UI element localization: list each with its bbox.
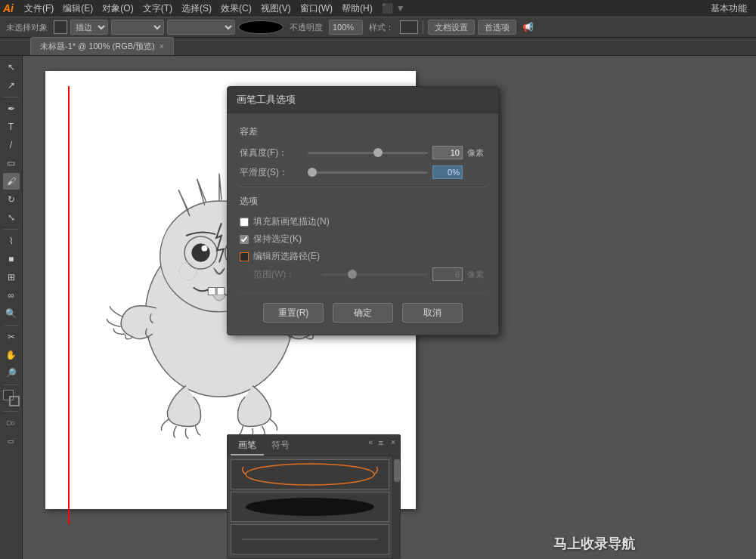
range-slider-container: 像素 (321, 267, 486, 281)
panel-close-btn[interactable]: × (391, 438, 395, 446)
rect-tool[interactable]: ▭ (3, 155, 20, 171)
smoothness-value-input[interactable] (432, 165, 463, 179)
brush-item-1[interactable] (231, 459, 389, 490)
range-label: 范围(W)： (253, 268, 321, 281)
tool-sep2 (4, 229, 19, 230)
edit-label: 编辑所选路径(E) (253, 250, 320, 263)
brush-panel-content (228, 456, 400, 559)
menu-object[interactable]: 对象(O) (98, 1, 138, 17)
canvas-area: .sketch { fill: none; stroke: #666; stro… (23, 56, 756, 559)
fill-checkbox-row: 填充新画笔描边(N) (240, 215, 486, 228)
menu-select[interactable]: 选择(S) (177, 1, 216, 17)
toolbox: ↖ ↗ ✒ T / ▭ 🖌 ↻ ⤡ ⌇ ■ ⊞ ∞ 🔍 ✂ ✋ 🔎 □○ ▭ (0, 56, 23, 559)
smoothness-thumb[interactable] (308, 168, 317, 177)
paintbrush-tool active[interactable]: 🖌 (3, 173, 20, 190)
fidelity-unit: 像素 (467, 147, 486, 159)
stroke-mode-select[interactable]: 描边 (70, 20, 108, 35)
menu-effect[interactable]: 效果(C) (216, 1, 256, 17)
range-thumb[interactable] (348, 270, 357, 279)
options-section: 选项 (240, 195, 486, 208)
selection-label: 未选择对象 (3, 22, 51, 33)
selection-tool[interactable]: ↖ (3, 59, 20, 76)
menu-file[interactable]: 文件(F) (20, 1, 58, 17)
zoom-tool[interactable]: 🔎 (3, 365, 20, 381)
brush-options-dialog: 画笔工具选项 容差 保真度(F)： 像素 平滑度(S)： (227, 86, 499, 335)
tool-sep5 (4, 411, 19, 412)
stroke-weight-select[interactable] (167, 20, 235, 35)
fidelity-slider-track[interactable] (308, 152, 428, 154)
change-mode-btn[interactable]: □○ (3, 415, 20, 431)
menu-edit[interactable]: 编辑(E) (58, 1, 98, 17)
eyedropper-tool[interactable]: 🔍 (3, 305, 20, 322)
range-slider-track[interactable] (321, 273, 428, 276)
menu-window[interactable]: 窗口(W) (296, 1, 337, 17)
menu-bar: Ai 文件(F) 编辑(E) 对象(O) 文字(T) 选择(S) 效果(C) 视… (0, 0, 756, 17)
stroke-preview (238, 20, 284, 34)
warp-tool[interactable]: ⌇ (3, 233, 20, 249)
stroke-style-select[interactable] (111, 20, 164, 35)
opacity-label: 不透明度 (287, 22, 326, 33)
screen-mode-btn[interactable]: ▭ (3, 433, 20, 449)
document-tab[interactable]: 未标题-1* @ 100% (RGB/预览) × (30, 37, 174, 55)
dialog-buttons: 重置(R) 确定 取消 (240, 293, 486, 323)
brush-item-2[interactable] (231, 492, 389, 522)
toolbar: 未选择对象 描边 不透明度 样式： 文档设置 首选项 📢 (0, 17, 756, 38)
app-logo: Ai (3, 2, 14, 14)
fill-checkbox[interactable] (240, 218, 249, 227)
reset-btn[interactable]: 重置(R) (263, 303, 324, 323)
fidelity-value-input[interactable] (432, 146, 463, 159)
smoothness-slider-track[interactable] (308, 171, 428, 174)
confirm-btn[interactable]: 确定 (333, 303, 393, 323)
brush-scrollbar[interactable] (392, 456, 400, 559)
edit-checkbox-indicator[interactable] (240, 252, 249, 261)
smoothness-slider-container (308, 165, 486, 179)
type-tool[interactable]: T (3, 119, 20, 135)
cancel-btn[interactable]: 取消 (402, 303, 463, 323)
symbol-tab[interactable]: 符号 (264, 437, 297, 456)
brush-item-3[interactable] (231, 524, 389, 554)
svg-point-6 (202, 246, 208, 252)
doc-settings-btn[interactable]: 文档设置 (428, 20, 475, 35)
preferences-btn[interactable]: 首选项 (478, 20, 516, 35)
edit-checkbox-row: 编辑所选路径(E) (240, 250, 486, 263)
gradient-tool[interactable]: ■ (3, 251, 20, 267)
smoothness-label: 平滑度(S)： (240, 166, 308, 179)
brush-tab[interactable]: 画笔 (231, 437, 264, 456)
dialog-divider1 (240, 187, 486, 187)
fidelity-thumb[interactable] (373, 148, 383, 157)
panel-menu-btn[interactable]: ≡ (379, 438, 383, 447)
brush-panel: 画笔 符号 « ≡ × (227, 434, 401, 559)
fill-color-box[interactable] (54, 20, 67, 34)
dialog-title: 画笔工具选项 (228, 87, 498, 113)
hand-tool[interactable]: ✋ (3, 347, 20, 363)
style-color-box[interactable] (400, 20, 418, 34)
menu-help[interactable]: 帮助(H) (337, 1, 377, 17)
tolerance-section: 容差 (240, 125, 486, 138)
opacity-input[interactable] (329, 20, 363, 35)
watermark: 马上收录导航 (553, 535, 635, 553)
stroke-box[interactable] (9, 396, 20, 406)
panel-collapse-btn[interactable]: « (368, 438, 373, 446)
fill-label: 填充新画笔描边(N) (253, 215, 330, 228)
line-tool[interactable]: / (3, 137, 20, 153)
main-area: ↖ ↗ ✒ T / ▭ 🖌 ↻ ⤡ ⌇ ■ ⊞ ∞ 🔍 ✂ ✋ 🔎 □○ ▭ (0, 56, 756, 559)
keep-checkbox[interactable] (240, 235, 249, 244)
mesh-tool[interactable]: ⊞ (3, 269, 20, 286)
range-value-input[interactable] (432, 267, 463, 281)
menu-view[interactable]: 视图(V) (256, 1, 296, 17)
pen-tool[interactable]: ✒ (3, 100, 20, 117)
blend-tool[interactable]: ∞ (3, 287, 20, 304)
tool-sep4 (4, 385, 19, 385)
style-label: 样式： (366, 22, 397, 33)
scale-tool[interactable]: ⤡ (3, 209, 20, 226)
tab-close-btn[interactable]: × (160, 42, 164, 51)
svg-rect-8 (208, 288, 215, 295)
tool-sep1 (4, 97, 19, 97)
basic-func-label: 基本功能 (705, 1, 753, 17)
menu-text[interactable]: 文字(T) (138, 1, 177, 17)
fidelity-slider-container: 像素 (308, 146, 486, 159)
direct-selection-tool[interactable]: ↗ (3, 77, 20, 94)
rotate-tool[interactable]: ↻ (3, 191, 20, 208)
svg-rect-9 (217, 288, 225, 295)
scissors-tool[interactable]: ✂ (3, 329, 20, 345)
